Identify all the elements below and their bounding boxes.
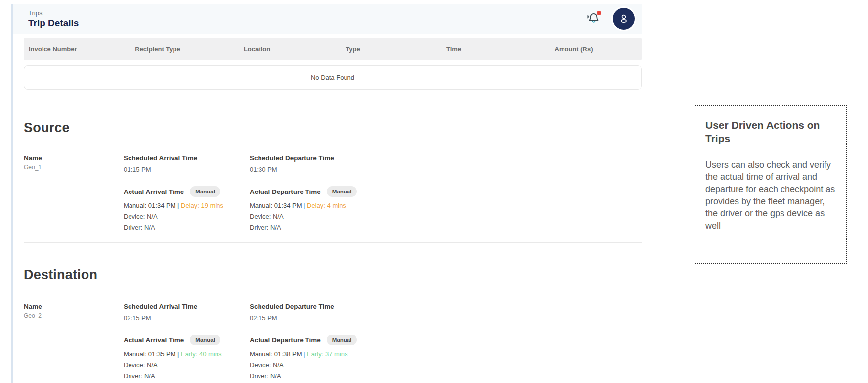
scheduled-arrival-label: Scheduled Arrival Time — [124, 154, 250, 162]
status-text: Delay: 4 mins — [307, 202, 346, 209]
manual-time-line: Manual: 01:34 PM | Delay: 19 mins — [124, 202, 250, 209]
actual-departure-block: Actual Departure Time Manual Manual: 01:… — [250, 186, 642, 231]
status-text: Delay: 19 mins — [181, 202, 223, 209]
destination-section: Name Geo_2 Scheduled Arrival Time 02:15 … — [24, 303, 642, 380]
device-line: Device: N/A — [250, 361, 642, 369]
manual-time-line: Manual: 01:35 PM | Early: 40 mins — [124, 350, 250, 358]
sidebar-edge — [11, 4, 13, 383]
scheduled-departure-value: 02:15 PM — [250, 314, 642, 322]
invoice-table-header: Invoice Number Recipient Type Location T… — [24, 38, 642, 60]
manual-badge: Manual — [327, 335, 357, 345]
scheduled-departure-label: Scheduled Departure Time — [250, 303, 642, 310]
name-value: Geo_2 — [24, 312, 124, 319]
driver-line: Driver: N/A — [250, 372, 642, 380]
section-title-destination: Destination — [24, 267, 97, 283]
page-title: Trip Details — [28, 18, 79, 29]
section-title-source: Source — [24, 120, 70, 136]
actual-departure-label: Actual Departure Time — [250, 188, 321, 195]
device-line: Device: N/A — [124, 213, 250, 220]
header-actions — [574, 4, 635, 34]
column-amount: Amount (Rs) — [506, 46, 642, 53]
scheduled-arrival-label: Scheduled Arrival Time — [124, 303, 250, 310]
header-divider — [574, 11, 574, 26]
actual-arrival-label: Actual Arrival Time — [124, 188, 184, 195]
column-time: Time — [402, 46, 506, 53]
manual-time-line: Manual: 01:34 PM | Delay: 4 mins — [250, 202, 642, 209]
status-text: Early: 40 mins — [181, 350, 221, 358]
scheduled-departure-value: 01:30 PM — [250, 166, 642, 173]
header-titles: Trips Trip Details — [28, 9, 79, 29]
device-line: Device: N/A — [124, 361, 250, 369]
actual-departure-block: Actual Departure Time Manual Manual: 01:… — [250, 335, 642, 380]
source-arrival-column: Scheduled Arrival Time 01:15 PM Actual A… — [124, 154, 250, 231]
notification-dot — [597, 11, 601, 15]
annotation-title: User Driven Actions on Trips — [705, 118, 836, 145]
empty-state-message: No Data Found — [24, 65, 642, 90]
actual-departure-label: Actual Departure Time — [250, 336, 321, 344]
scheduled-arrival-value: 01:15 PM — [124, 166, 250, 173]
column-invoice-number: Invoice Number — [24, 46, 105, 53]
column-type: Type — [304, 46, 402, 53]
actual-arrival-block: Actual Arrival Time Manual Manual: 01:35… — [124, 335, 250, 380]
name-value: Geo_1 — [24, 164, 124, 171]
manual-badge: Manual — [190, 186, 220, 197]
destination-name-block: Name Geo_2 — [24, 303, 124, 380]
driver-line: Driver: N/A — [250, 224, 642, 231]
driver-line: Driver: N/A — [124, 224, 250, 231]
name-label: Name — [24, 154, 124, 162]
notification-bell-button[interactable] — [586, 11, 601, 26]
person-icon — [618, 13, 630, 25]
name-label: Name — [24, 303, 124, 310]
driver-line: Driver: N/A — [124, 372, 250, 380]
scheduled-departure-label: Scheduled Departure Time — [250, 154, 642, 162]
annotation-box: User Driven Actions on Trips Users can a… — [694, 105, 847, 264]
destination-departure-column: Scheduled Departure Time 02:15 PM Actual… — [250, 303, 642, 380]
manual-badge: Manual — [327, 186, 357, 197]
device-line: Device: N/A — [250, 213, 642, 220]
actual-arrival-block: Actual Arrival Time Manual Manual: 01:34… — [124, 186, 250, 231]
manual-time-line: Manual: 01:38 PM | Early: 37 mins — [250, 350, 642, 358]
annotation-body: Users can also check and verify the actu… — [705, 159, 836, 232]
column-location: Location — [210, 46, 304, 53]
source-section: Name Geo_1 Scheduled Arrival Time 01:15 … — [24, 154, 642, 231]
actual-arrival-label: Actual Arrival Time — [124, 336, 184, 344]
scheduled-arrival-value: 02:15 PM — [124, 314, 250, 322]
source-name-block: Name Geo_1 — [24, 154, 124, 231]
breadcrumb[interactable]: Trips — [28, 9, 79, 17]
status-text: Early: 37 mins — [307, 350, 347, 358]
destination-arrival-column: Scheduled Arrival Time 02:15 PM Actual A… — [124, 303, 250, 380]
trip-details-page: Trips Trip Details — [0, 0, 868, 383]
section-divider — [24, 242, 642, 243]
source-departure-column: Scheduled Departure Time 01:30 PM Actual… — [250, 154, 642, 231]
page-header: Trips Trip Details — [13, 4, 642, 34]
user-avatar[interactable] — [613, 8, 635, 30]
manual-badge: Manual — [190, 335, 220, 345]
column-recipient-type: Recipient Type — [105, 46, 210, 53]
